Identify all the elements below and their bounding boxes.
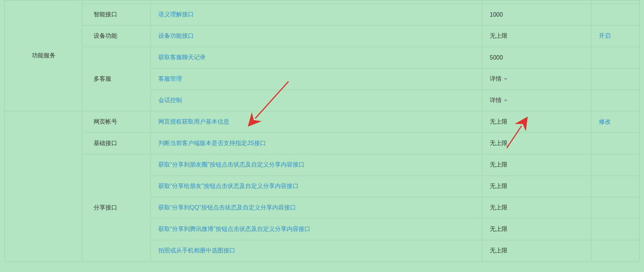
- api-cell: 获取“分享给朋友”按钮点击状态及自定义分享内容接口: [151, 176, 482, 197]
- category-multi-cs: 多客服: [82, 47, 151, 111]
- api-link-js-version[interactable]: 判断当前客户端版本是否支持指定JS接口: [158, 140, 266, 146]
- category-basic-interface: 基础接口: [82, 133, 151, 154]
- table-row: 基础接口 判断当前客户端版本是否支持指定JS接口 无上限: [5, 133, 640, 154]
- chevron-down-icon: [504, 100, 508, 102]
- quota-cell: 无上限: [482, 111, 591, 133]
- action-cell: [591, 154, 640, 176]
- quota-cell-dropdown[interactable]: 详情: [482, 90, 591, 111]
- quota-cell: 无上限: [482, 26, 591, 47]
- action-cell: [591, 219, 640, 240]
- api-cell: 会话控制: [151, 90, 482, 111]
- api-cell: 设备功能接口: [151, 26, 482, 47]
- group-empty: [5, 111, 82, 262]
- table-row: 智能接口 语义理解接口 1000: [5, 4, 640, 26]
- api-cell: 判断当前客户端版本是否支持指定JS接口: [151, 133, 482, 154]
- api-cell: 语义理解接口: [151, 4, 482, 26]
- quota-cell: 无上限: [482, 240, 591, 262]
- action-cell: [591, 176, 640, 197]
- action-cell: [591, 90, 640, 111]
- quota-cell-dropdown[interactable]: 详情: [482, 68, 591, 90]
- table-row: 设备功能 设备功能接口 无上限 开启: [5, 26, 640, 47]
- quota-text: 详情: [490, 97, 502, 103]
- action-cell: [591, 47, 640, 68]
- table-row: 功能服务: [5, 0, 640, 4]
- quota-cell: 1000: [482, 4, 591, 26]
- api-cell: 获取客服聊天记录: [151, 47, 482, 68]
- action-cell: [591, 133, 640, 154]
- api-link-cs-manage[interactable]: 客服管理: [158, 75, 182, 82]
- api-cell: 获取“分享到QQ”按钮点击状态及自定义分享内容接口: [151, 197, 482, 219]
- quota-cell: 5000: [482, 47, 591, 68]
- api-cutoff: [151, 0, 482, 4]
- api-link-device[interactable]: 设备功能接口: [158, 33, 194, 39]
- api-table: 功能服务 智能接口 语义理解接口 1000 设备功能 设备功能接口 无上限 开启…: [4, 0, 640, 262]
- category-smart-interface: 智能接口: [82, 4, 151, 26]
- group-function-service: 功能服务: [5, 0, 82, 111]
- quota-cutoff: [482, 0, 591, 4]
- api-cell: 客服管理: [151, 68, 482, 90]
- api-link-session-control[interactable]: 会话控制: [158, 97, 182, 103]
- quota-cell: 无上限: [482, 133, 591, 154]
- action-cell: [591, 197, 640, 219]
- table-row: 多客服 获取客服聊天记录 5000: [5, 47, 640, 68]
- quota-cell: 无上限: [482, 219, 591, 240]
- chevron-down-icon: [504, 78, 508, 80]
- api-link-chat-record[interactable]: 获取客服聊天记录: [158, 54, 206, 60]
- api-link-choose-image[interactable]: 拍照或从手机相册中选图接口: [158, 247, 235, 253]
- api-cell: 获取“分享到朋友圈”按钮点击状态及自定义分享内容接口: [151, 154, 482, 176]
- api-cell: 拍照或从手机相册中选图接口: [151, 240, 482, 262]
- api-cell: 获取“分享到腾讯微博”按钮点击状态及自定义分享内容接口: [151, 219, 482, 240]
- quota-cell: 无上限: [482, 154, 591, 176]
- action-cell: [591, 240, 640, 262]
- quota-cell: 无上限: [482, 197, 591, 219]
- category-share-interface: 分享接口: [82, 154, 151, 262]
- action-cell: [591, 68, 640, 90]
- api-link-web-auth[interactable]: 网页授权获取用户基本信息: [158, 118, 229, 125]
- api-link-share-timeline[interactable]: 获取“分享到朋友圈”按钮点击状态及自定义分享内容接口: [158, 161, 304, 168]
- enable-link[interactable]: 开启: [599, 33, 611, 39]
- quota-text: 详情: [490, 75, 502, 82]
- api-link-share-weibo[interactable]: 获取“分享到腾讯微博”按钮点击状态及自定义分享内容接口: [158, 226, 310, 232]
- action-cell: 开启: [591, 26, 640, 47]
- category-web-account: 网页帐号: [82, 111, 151, 133]
- api-link-share-friend[interactable]: 获取“分享给朋友”按钮点击状态及自定义分享内容接口: [158, 183, 299, 189]
- action-cutoff: [591, 0, 640, 4]
- table-row: 网页帐号 网页授权获取用户基本信息 无上限 修改: [5, 111, 640, 133]
- quota-cell: 无上限: [482, 176, 591, 197]
- action-cell: 修改: [591, 111, 640, 133]
- category-device-function: 设备功能: [82, 26, 151, 47]
- category-cutoff: [82, 0, 151, 4]
- api-link-share-qq[interactable]: 获取“分享到QQ”按钮点击状态及自定义分享内容接口: [158, 204, 296, 211]
- api-cell: 网页授权获取用户基本信息: [151, 111, 482, 133]
- api-link-semantic[interactable]: 语义理解接口: [158, 11, 194, 17]
- action-cell: [591, 4, 640, 26]
- table-row: 分享接口 获取“分享到朋友圈”按钮点击状态及自定义分享内容接口 无上限: [5, 154, 640, 176]
- modify-link[interactable]: 修改: [599, 118, 611, 125]
